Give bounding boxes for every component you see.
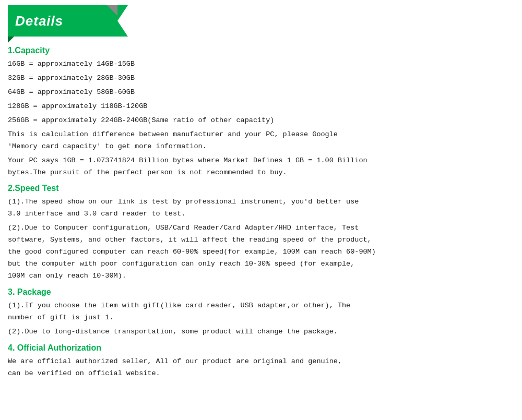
section-package: 3. Package(1).If you choose the item wit… [8, 287, 514, 338]
banner-title: Details [15, 13, 63, 29]
sections-container: 1.Capacity16GB = approximately 14GB-15GB… [8, 46, 514, 380]
section-paragraph: This is calculation difference between m… [8, 129, 514, 153]
page-container: Details 1.Capacity16GB = approximately 1… [0, 0, 522, 420]
section-paragraph: 64GB = approximately 58GB-60GB [8, 87, 514, 99]
section-paragraph: 128GB = approximately 118GB-120GB [8, 101, 514, 113]
details-banner: Details [8, 5, 117, 37]
section-paragraph: (2).Due to Computer configuration, USB/C… [8, 222, 514, 282]
banner-corner-decoration [107, 5, 117, 16]
section-heading-speed-test: 2.Speed Test [8, 184, 514, 193]
section-paragraph: Your PC says 1GB = 1.073741824 Billion b… [8, 155, 514, 179]
section-paragraph: (1).If you choose the item with gift(lik… [8, 300, 514, 324]
section-paragraph: We are official authorized seller, All o… [8, 356, 514, 380]
section-heading-package: 3. Package [8, 287, 514, 297]
section-paragraph: 32GB = approximately 28GB-30GB [8, 73, 514, 85]
section-heading-official-authorization: 4. Official Authorization [8, 343, 514, 353]
section-heading-capacity: 1.Capacity [8, 46, 514, 55]
section-official-authorization: 4. Official AuthorizationWe are official… [8, 343, 514, 380]
section-speed-test: 2.Speed Test(1).The speed show on our li… [8, 184, 514, 282]
section-capacity: 1.Capacity16GB = approximately 14GB-15GB… [8, 46, 514, 178]
banner-fold-decoration [8, 37, 14, 43]
section-paragraph: (2).Due to long-distance transportation,… [8, 326, 514, 338]
section-paragraph: (1).The speed show on our link is test b… [8, 196, 514, 220]
section-paragraph: 16GB = approximately 14GB-15GB [8, 58, 514, 70]
section-paragraph: 256GB = approximately 224GB-240GB(Same r… [8, 115, 514, 127]
